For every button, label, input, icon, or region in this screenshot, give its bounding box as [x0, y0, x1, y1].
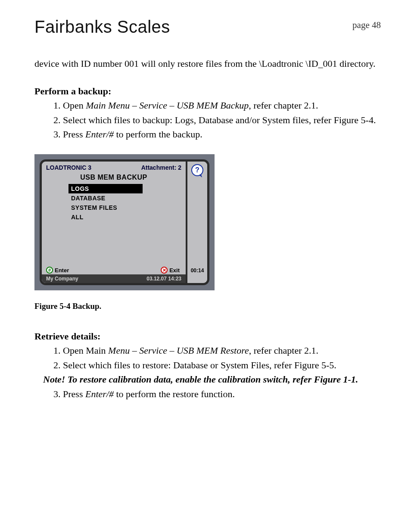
menu-path: Menu – Service – USB MEM Restore [108, 345, 249, 356]
menu-item-logs[interactable]: LOGS [68, 184, 143, 193]
device-inner: LOADTRONIC 3 Attachment: 2 USB MEM BACKU… [40, 159, 209, 285]
device-main-panel: LOADTRONIC 3 Attachment: 2 USB MEM BACKU… [42, 162, 187, 283]
list-item: Press Enter/# to perform the restore fun… [63, 387, 381, 401]
text: to perform the restore function. [114, 389, 235, 399]
page-number: page 48 [352, 17, 381, 31]
note-period: . [356, 374, 358, 385]
retrieve-steps-cont: Press Enter/# to perform the restore fun… [34, 387, 381, 401]
device-side-time: 00:14 [191, 268, 204, 283]
exit-icon: ✕ [161, 267, 168, 274]
figure-caption: Figure 5-4 Backup. [34, 302, 381, 311]
page-container: Fairbanks Scales page 48 device with ID … [0, 0, 411, 532]
text: refer chapter 2.1. [251, 100, 318, 111]
list-item: Select which files to restore: Database … [63, 358, 381, 372]
menu-item-system-files[interactable]: SYSTEM FILES [68, 203, 168, 212]
device-datetime: 03.12.07 14:23 [146, 276, 181, 282]
key-name: Enter/# [85, 389, 114, 399]
device-product: LOADTRONIC 3 [46, 164, 91, 171]
intro-paragraph: device with ID number 001 will only rest… [34, 57, 381, 70]
text: Press [63, 389, 85, 399]
device-menu: LOGS DATABASE SYSTEM FILES ALL [68, 184, 168, 222]
list-item: Open Main Menu – Service – USB MEM Backu… [63, 99, 381, 112]
text: Open [63, 100, 86, 111]
enter-button[interactable]: # Enter [46, 267, 69, 274]
device-side-panel: ? 00:14 [187, 162, 207, 283]
key-name: Enter/# [85, 129, 114, 140]
exit-label: Exit [169, 267, 180, 274]
help-icon[interactable]: ? [191, 164, 203, 176]
list-item: Select which files to backup: Logs, Data… [63, 113, 381, 127]
backup-title: Perform a backup: [34, 86, 381, 97]
text: , refer chapter 2.1. [249, 345, 318, 356]
note-body: Note! To restore calibration data, enabl… [43, 374, 356, 385]
menu-item-database[interactable]: DATABASE [68, 193, 168, 203]
list-item: Press Enter/# to perform the backup. [63, 128, 381, 141]
text: to perform the backup. [114, 129, 202, 140]
note-text: Note! To restore calibration data, enabl… [43, 373, 381, 386]
exit-button[interactable]: ✕ Exit [161, 267, 180, 274]
device-button-row: # Enter ✕ Exit [42, 265, 186, 274]
brand-title: Fairbanks Scales [34, 17, 170, 37]
backup-steps-list: Open Main Menu – Service – USB MEM Backu… [34, 99, 381, 142]
menu-item-all[interactable]: ALL [68, 212, 168, 222]
device-company: My Company [46, 276, 78, 282]
text: Open Main [63, 345, 108, 356]
device-screen-title: USB MEM BACKUP [42, 172, 186, 184]
text: Press [63, 129, 85, 140]
retrieve-title: Retrieve details: [34, 331, 381, 342]
device-status-bar: My Company 03.12.07 14:23 [42, 274, 186, 283]
device-screenshot: LOADTRONIC 3 Attachment: 2 USB MEM BACKU… [34, 154, 215, 290]
enter-label: Enter [55, 267, 69, 274]
device-attachment: Attachment: 2 [141, 164, 181, 171]
device-header: LOADTRONIC 3 Attachment: 2 [42, 162, 186, 172]
enter-icon: # [46, 267, 53, 274]
retrieve-steps-list: Open Main Menu – Service – USB MEM Resto… [34, 344, 381, 372]
menu-path: Main Menu – Service – USB MEM Backup, [86, 100, 251, 111]
page-header: Fairbanks Scales page 48 [34, 17, 381, 37]
list-item: Open Main Menu – Service – USB MEM Resto… [63, 344, 381, 358]
